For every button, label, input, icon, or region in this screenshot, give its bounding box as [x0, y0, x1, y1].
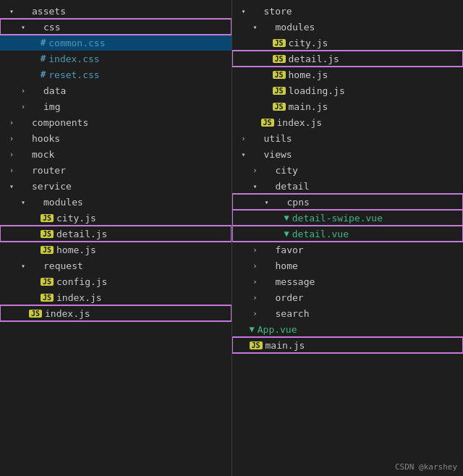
- tree-item-favor[interactable]: favor: [232, 242, 464, 258]
- item-label: main.js: [266, 340, 305, 351]
- js-icon: JS: [41, 246, 54, 254]
- item-label: views: [264, 149, 292, 160]
- arrow-open: [6, 5, 17, 17]
- arrow-open: [261, 196, 273, 208]
- item-label: home.js: [56, 245, 96, 255]
- tree-item-common.css[interactable]: #common.css: [0, 35, 232, 51]
- tree-item-utils[interactable]: utils: [232, 130, 464, 146]
- tree-item-index.css[interactable]: #index.css: [0, 51, 232, 67]
- left-file-tree[interactable]: assetscss#common.css#index.css#reset.css…: [0, 0, 232, 476]
- item-label: loading.js: [289, 85, 345, 96]
- js-icon: JS: [273, 55, 286, 63]
- arrow-closed: [17, 101, 29, 112]
- tree-item-detail-views[interactable]: detail: [232, 178, 464, 194]
- tree-item-detail-swipe-vue[interactable]: ▼detail-swipe.vue: [232, 210, 464, 226]
- tree-item-config-request[interactable]: JSconfig.js: [0, 273, 232, 289]
- tree-item-main-store[interactable]: JSmain.js: [232, 98, 464, 114]
- tree-item-service-index[interactable]: JSindex.js: [0, 305, 232, 321]
- tree-item-app-vue[interactable]: ▼App.vue: [232, 321, 464, 337]
- item-label: detail-swipe.vue: [292, 213, 383, 224]
- js-icon: JS: [273, 87, 286, 95]
- tree-item-components[interactable]: components: [0, 114, 232, 130]
- arrow-closed: [250, 260, 261, 271]
- tree-item-reset.css[interactable]: #reset.css: [0, 67, 232, 82]
- tree-item-mock[interactable]: mock: [0, 146, 232, 162]
- item-label: modules: [43, 197, 83, 208]
- tree-item-home-store[interactable]: JShome.js: [232, 67, 464, 82]
- tree-item-message[interactable]: message: [232, 273, 464, 289]
- tree-item-search[interactable]: search: [232, 305, 464, 321]
- tree-item-img[interactable]: img: [0, 98, 232, 114]
- arrow-open: [17, 21, 29, 33]
- tree-item-store[interactable]: store: [232, 3, 464, 19]
- item-label: components: [32, 117, 88, 128]
- tree-item-detail-vue[interactable]: ▼detail.vue: [232, 226, 464, 242]
- tree-item-modules-store[interactable]: modules: [232, 19, 464, 35]
- tree-item-index-store[interactable]: JSindex.js: [232, 114, 464, 130]
- arrow-closed: [6, 116, 17, 128]
- tree-item-cpns[interactable]: cpns: [232, 194, 464, 210]
- tree-item-home-service[interactable]: JShome.js: [0, 242, 232, 258]
- item-label: common.css: [48, 38, 105, 48]
- js-icon: JS: [41, 278, 54, 286]
- item-label: utils: [264, 133, 292, 144]
- tree-item-city-service[interactable]: JScity.js: [0, 210, 232, 226]
- css-icon: #: [41, 38, 46, 48]
- arrow-open: [238, 5, 250, 17]
- item-label: city: [276, 165, 298, 176]
- tree-item-order[interactable]: order: [232, 289, 464, 305]
- tree-item-service[interactable]: service: [0, 178, 232, 194]
- item-label: index.js: [277, 117, 323, 128]
- item-label: App.vue: [258, 324, 297, 335]
- tree-item-hooks[interactable]: hooks: [0, 130, 232, 146]
- tree-item-router[interactable]: router: [0, 162, 232, 178]
- tree-item-detail-service[interactable]: JSdetail.js: [0, 226, 232, 242]
- item-label: request: [43, 260, 83, 271]
- item-label: modules: [276, 22, 315, 33]
- tree-item-home-views[interactable]: home: [232, 258, 464, 273]
- item-label: main.js: [289, 101, 328, 112]
- tree-item-data[interactable]: data: [0, 82, 232, 98]
- tree-item-loading-store[interactable]: JSloading.js: [232, 82, 464, 98]
- tree-item-city-views[interactable]: city: [232, 162, 464, 178]
- item-label: detail.js: [289, 54, 339, 64]
- tree-item-assets[interactable]: assets: [0, 3, 232, 19]
- arrow-open: [17, 260, 29, 271]
- tree-item-request[interactable]: request: [0, 258, 232, 273]
- tree-item-main-js[interactable]: JSmain.js: [232, 337, 464, 353]
- item-label: order: [276, 292, 304, 303]
- item-label: hooks: [32, 133, 60, 144]
- arrow-closed: [250, 244, 261, 255]
- tree-item-index-request[interactable]: JSindex.js: [0, 289, 232, 305]
- js-icon: JS: [41, 214, 54, 222]
- right-file-tree[interactable]: CSDN @karshey storemodulesJScity.jsJSdet…: [232, 0, 464, 476]
- js-icon: JS: [261, 119, 274, 127]
- css-icon: #: [41, 54, 46, 64]
- item-label: detail.js: [56, 229, 107, 239]
- arrow-closed: [250, 292, 261, 303]
- js-icon: JS: [41, 230, 54, 238]
- item-label: city.js: [56, 213, 96, 224]
- item-label: city.js: [289, 38, 328, 48]
- arrow-closed: [6, 164, 17, 176]
- tree-item-city-store[interactable]: JScity.js: [232, 35, 464, 51]
- tree-item-detail-store[interactable]: JSdetail.js: [232, 51, 464, 67]
- item-label: css: [43, 22, 60, 33]
- item-label: mock: [32, 149, 54, 160]
- vue-icon: ▼: [284, 213, 289, 223]
- arrow-open: [6, 180, 17, 192]
- tree-item-modules-service[interactable]: modules: [0, 194, 232, 210]
- js-icon: JS: [250, 341, 263, 349]
- item-label: data: [43, 85, 66, 96]
- vue-icon: ▼: [250, 324, 255, 334]
- css-icon: #: [41, 69, 46, 80]
- item-label: config.js: [56, 276, 107, 287]
- tree-item-css[interactable]: css: [0, 19, 232, 35]
- arrow-closed: [250, 276, 261, 287]
- item-label: message: [276, 276, 315, 287]
- watermark: CSDN @karshey: [395, 462, 457, 472]
- tree-item-views[interactable]: views: [232, 146, 464, 162]
- item-label: service: [32, 181, 72, 192]
- js-icon: JS: [29, 310, 42, 318]
- vue-icon: ▼: [284, 229, 289, 239]
